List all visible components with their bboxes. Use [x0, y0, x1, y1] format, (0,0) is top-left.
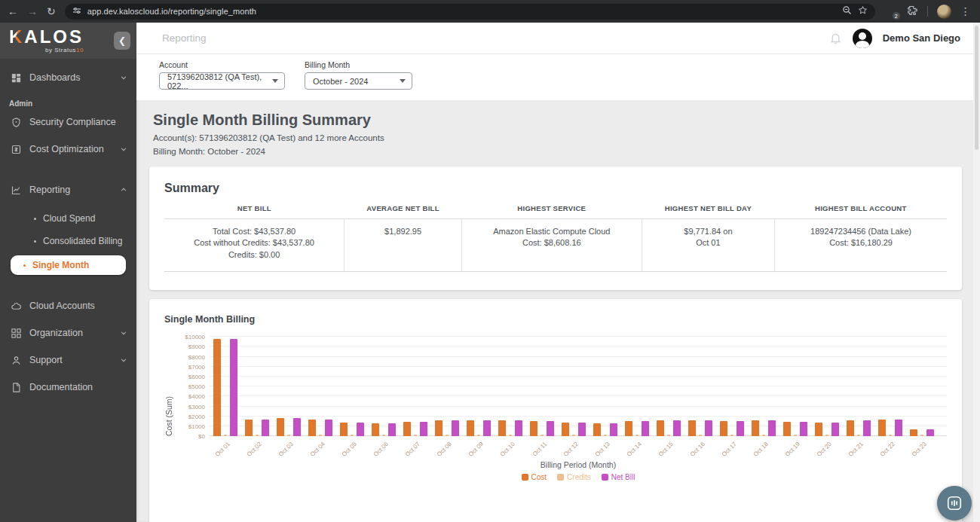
forward-icon[interactable]: →	[27, 6, 38, 17]
bar-group	[305, 337, 336, 436]
legend-item-net-bill[interactable]: Net Bill	[602, 473, 635, 481]
admin-section-label: Admin	[0, 89, 136, 111]
sidebar-item-label: Reporting	[29, 185, 112, 195]
bar-group	[716, 337, 748, 436]
y-tick-label: $3000	[188, 403, 205, 410]
sidebar-item-consolidated-billing[interactable]: Consolidated Billing	[0, 231, 136, 251]
scrollbar-thumb[interactable]	[975, 26, 978, 150]
bar-group	[906, 337, 938, 436]
bar-net-bill	[262, 420, 269, 436]
page-scrollbar[interactable]	[973, 23, 980, 522]
browser-menu-icon[interactable]: ⋮	[960, 6, 971, 17]
y-axis-ticks: $0$1000$2000$3000$4000$5000$6000$7000$80…	[175, 337, 210, 436]
sidebar-item-cloud-spend[interactable]: Cloud Spend	[0, 209, 136, 228]
x-axis-ticks: Oct 01Oct 02Oct 03Oct 04Oct 05Oct 06Oct …	[210, 436, 947, 459]
sidebar-item-support[interactable]: Support	[0, 349, 136, 371]
bar-net-bill	[768, 420, 776, 437]
bar-cost	[372, 423, 379, 436]
sidebar-item-documentation[interactable]: Documentation	[0, 376, 136, 398]
billing-chart: Cost (Sum) $0$1000$2000$3000$4000$5000$6…	[164, 337, 947, 481]
account-filter-label: Account	[159, 60, 285, 69]
notification-bell-icon[interactable]	[829, 32, 842, 44]
cell-line: Total Cost: $43,537.80	[169, 226, 339, 237]
bar-net-bill	[800, 422, 807, 436]
bar-cost	[403, 422, 411, 436]
sidebar-item-dashboards[interactable]: Dashboards	[0, 66, 136, 89]
bar-net-bill	[547, 421, 554, 436]
logo-rest: ALOS	[24, 26, 84, 47]
x-tick-label: Oct 01	[214, 441, 231, 458]
sidebar-header: KALOS by Stratus10 ❮	[0, 23, 136, 59]
x-tick-label: Oct 11	[531, 441, 549, 458]
net-bill-cell: Total Cost: $43,537.80Cost without Credi…	[164, 219, 345, 272]
sidebar-collapse-button[interactable]: ❮	[114, 32, 130, 50]
summary-col-highest-service: HIGHEST SERVICE	[461, 204, 642, 219]
sidebar-item-organization[interactable]: Organization	[0, 322, 136, 344]
x-tick: Oct 01	[210, 436, 241, 459]
x-tick-label: Oct 12	[562, 441, 580, 458]
sidebar-item-security-compliance[interactable]: Security Compliance	[0, 111, 136, 133]
bar-group	[653, 337, 684, 436]
bar-group	[273, 337, 305, 436]
legend-item-cost[interactable]: Cost	[522, 473, 547, 481]
browser-profile-avatar[interactable]	[937, 5, 951, 19]
toolbar-divider	[927, 6, 928, 17]
user-name[interactable]: Demo San Diego	[883, 32, 960, 44]
bar-groups	[210, 337, 947, 436]
x-tick: Oct 17	[716, 436, 748, 459]
billing-month-select[interactable]: October - 2024	[305, 72, 412, 90]
x-tick: Oct 23	[906, 436, 938, 459]
sidebar-subitem-label: Cloud Spend	[43, 213, 95, 224]
address-bar[interactable]: app.dev.kaloscloud.io/reporting/single_m…	[65, 4, 875, 20]
bar-cost	[340, 423, 348, 436]
account-select[interactable]: 571396203812 (QA Test), 022...	[159, 72, 285, 90]
x-tick: Oct 21	[843, 436, 874, 459]
extension-icon[interactable]: 2	[884, 5, 898, 18]
reload-icon[interactable]: ↻	[47, 6, 56, 17]
cell-line: $1,892.95	[349, 226, 457, 237]
chevron-up-icon	[120, 186, 127, 194]
bar-net-bill	[578, 423, 586, 436]
sidebar-subitem-label: Consolidated Billing	[43, 236, 122, 246]
chevron-down-icon	[120, 74, 127, 81]
user-avatar[interactable]	[853, 29, 872, 48]
x-tick-label: Oct 02	[246, 441, 263, 458]
logo-subtitle-accent: 10	[76, 47, 84, 53]
cell-line: Amazon Elastic Compute Cloud	[467, 226, 637, 237]
bookmark-star-icon[interactable]	[858, 5, 868, 18]
url-text[interactable]: app.dev.kaloscloud.io/reporting/single_m…	[87, 7, 256, 16]
bar-group	[526, 337, 558, 436]
site-settings-icon[interactable]	[72, 5, 81, 18]
legend-item-credits[interactable]: Credits	[557, 473, 591, 481]
bar-group	[779, 337, 811, 436]
x-tick: Oct 07	[400, 436, 431, 459]
y-axis-label: Cost (Sum)	[164, 337, 173, 436]
x-tick-label: Oct 15	[657, 441, 675, 458]
x-tick-label: Oct 19	[784, 441, 801, 458]
bar-cost	[562, 423, 569, 436]
sidebar-item-cloud-accounts[interactable]: Cloud Accounts	[0, 295, 136, 317]
bar-net-bill	[420, 422, 427, 436]
bullet-dot	[34, 240, 36, 243]
legend-label: Credits	[567, 473, 591, 481]
sidebar-item-single-month[interactable]: Single Month	[11, 255, 126, 275]
chart-plot-area	[210, 337, 947, 436]
back-icon[interactable]: ←	[8, 6, 18, 17]
chevron-down-icon	[120, 145, 127, 153]
zoom-icon[interactable]	[842, 5, 852, 18]
sidebar-item-cost-optimization[interactable]: Cost Optimization	[0, 138, 136, 160]
x-tick-label: Oct 08	[436, 441, 453, 458]
extensions-puzzle-icon[interactable]	[907, 5, 918, 19]
cell-line: Oct 01	[647, 237, 770, 249]
average-net-bill-cell: $1,892.95	[345, 219, 462, 272]
summary-title: Summary	[164, 182, 947, 195]
extension-badge: 2	[893, 12, 900, 20]
dashboard-icon	[11, 72, 22, 84]
bar-net-bill	[895, 420, 902, 436]
y-tick-label: $10000	[185, 334, 205, 340]
bar-group	[558, 337, 590, 436]
x-tick-label: Oct 17	[721, 441, 738, 458]
sidebar-item-reporting[interactable]: Reporting	[0, 179, 136, 201]
bar-cost	[625, 421, 632, 436]
help-widget-button[interactable]	[937, 486, 972, 520]
